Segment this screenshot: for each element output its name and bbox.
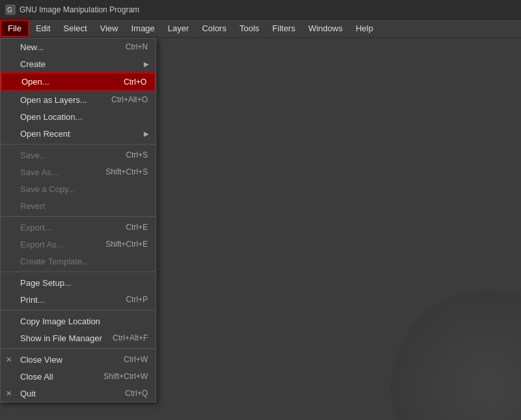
menu-show-in-file-manager[interactable]: Show in File Manager Ctrl+Alt+F	[1, 329, 156, 346]
menu-copy-image-location[interactable]: Copy Image Location	[1, 313, 156, 329]
menu-close-all[interactable]: Close All Shift+Ctrl+W	[1, 368, 156, 385]
separator-3	[1, 272, 156, 272]
separator-4	[1, 310, 156, 311]
separator-5	[1, 348, 156, 349]
menu-open[interactable]: Open... Ctrl+O	[1, 72, 156, 91]
menu-close-view[interactable]: ✕ Close View Ctrl+W	[1, 351, 156, 368]
quit-icon: ✕	[6, 389, 12, 398]
menu-export: Export... Ctrl+E	[1, 219, 156, 236]
menu-open-location[interactable]: Open Location...	[1, 108, 156, 125]
menu-item-colors[interactable]: Colors	[195, 20, 233, 37]
menu-item-file[interactable]: File	[0, 20, 29, 37]
menu-item-help[interactable]: Help	[349, 20, 380, 37]
menu-item-select[interactable]: Select	[57, 20, 93, 37]
create-submenu-arrow: ►	[142, 59, 150, 69]
menu-item-image[interactable]: Image	[124, 20, 161, 37]
separator-1	[1, 144, 156, 145]
bg-decoration	[391, 290, 521, 420]
menu-create-template: Create Template...	[1, 253, 156, 270]
menu-quit[interactable]: ✕ Quit Ctrl+Q	[1, 385, 156, 402]
menu-new[interactable]: New... Ctrl+N	[1, 38, 156, 55]
menu-open-recent[interactable]: Open Recent ►	[1, 125, 156, 142]
app-icon: G	[5, 5, 16, 15]
menu-item-tools[interactable]: Tools	[233, 20, 266, 37]
menu-print[interactable]: Print... Ctrl+P	[1, 291, 156, 308]
open-recent-arrow: ►	[142, 129, 150, 139]
menu-item-windows[interactable]: Windows	[302, 20, 349, 37]
menu-page-setup[interactable]: Page Setup...	[1, 274, 156, 291]
close-view-icon: ✕	[6, 356, 12, 364]
separator-2	[1, 216, 156, 217]
menu-export-as: Export As... Shift+Ctrl+E	[1, 236, 156, 253]
menu-item-layer[interactable]: Layer	[162, 20, 196, 37]
menu-save-copy: Save a Copy...	[1, 180, 156, 197]
main-content: New... Ctrl+N Create ► Open... Ctrl+O Op…	[0, 38, 521, 420]
menu-save: Save... Ctrl+S	[1, 147, 156, 163]
menu-open-as-layers[interactable]: Open as Layers... Ctrl+Alt+O	[1, 91, 156, 108]
menu-item-filters[interactable]: Filters	[266, 20, 302, 37]
menu-item-view[interactable]: View	[94, 20, 125, 37]
file-dropdown-menu: New... Ctrl+N Create ► Open... Ctrl+O Op…	[0, 38, 156, 402]
title-bar-text: GNU Image Manipulation Program	[20, 5, 139, 14]
svg-text:G: G	[7, 7, 12, 14]
menu-save-as: Save As... Shift+Ctrl+S	[1, 163, 156, 180]
title-bar: G GNU Image Manipulation Program	[0, 0, 521, 20]
menu-bar: File Edit Select View Image Layer Colors…	[0, 20, 521, 38]
menu-create[interactable]: Create ►	[1, 55, 156, 72]
menu-item-edit[interactable]: Edit	[29, 20, 57, 37]
menu-revert: Revert	[1, 197, 156, 214]
